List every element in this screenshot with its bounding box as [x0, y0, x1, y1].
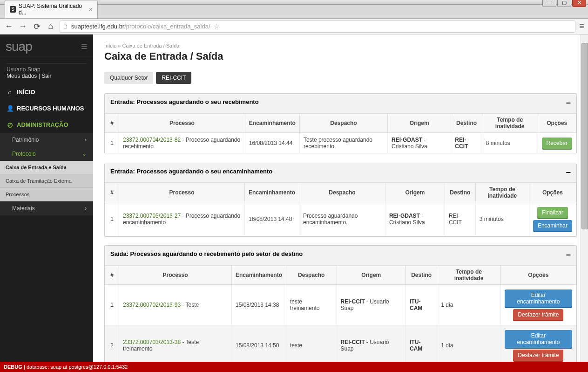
row-number: 1	[105, 133, 119, 154]
table-row: 1 23372.000705/2013-27 - Processo aguard…	[105, 202, 576, 236]
col-tempo: Tempo de inatividade	[482, 114, 538, 133]
user-name-label: Usuario Suap	[7, 66, 87, 73]
page-icon: 🗋	[63, 23, 68, 30]
browser-toolbar: ← → ⟳ ⌂ 🗋 suapteste.ifg.edu.br/protocolo…	[0, 19, 588, 34]
table-row: 2 23372.000703/2013-38 - Teste treinamen…	[105, 325, 576, 362]
col-destino: Destino	[451, 114, 482, 133]
app-logo: suap	[6, 39, 32, 54]
editar-encaminhamento-button[interactable]: Editar encaminhamento	[505, 289, 572, 307]
scrollbar[interactable]	[581, 34, 588, 362]
panel-title: Entrada: Processos aguardando o seu rece…	[110, 98, 259, 108]
subnav-tramitacao-externa[interactable]: Caixa de Tramitação Externa	[0, 174, 93, 188]
user-icon: 👤	[7, 105, 13, 112]
col-despacho: Despacho	[299, 114, 387, 133]
panel-collapse-icon[interactable]: −	[566, 250, 571, 260]
breadcrumb-home-link[interactable]: Início	[104, 43, 116, 48]
tab-title: SUAP: Sistema Unificado d...	[19, 3, 86, 16]
page-title: Caixa de Entrada / Saída	[104, 50, 577, 62]
browser-tabstrip: S SUAP: Sistema Unificado d... ×	[0, 5, 588, 19]
url-text: suapteste.ifg.edu.br/protocolo/caixa_ent…	[71, 23, 210, 30]
desfazer-tramite-button[interactable]: Desfazer trâmite	[513, 309, 563, 320]
col-origem: Origem	[388, 114, 451, 133]
clock-icon: ◴	[7, 121, 13, 128]
table-row: 1 23372.000704/2013-82 - Processo aguard…	[105, 133, 576, 154]
home-icon: ⌂	[7, 89, 13, 96]
chevron-right-icon: ›	[85, 205, 87, 212]
panel-entrada-recebimento: Entrada: Processos aguardando o seu rece…	[104, 93, 577, 154]
nav-recursos-humanos[interactable]: 👤 RECURSOS HUMANOS	[0, 100, 93, 117]
debug-bar: DEBUG | database: suap at postgres@127.0…	[0, 362, 588, 372]
col-processo: Processo	[119, 114, 245, 133]
chevron-right-icon: ›	[85, 137, 87, 143]
cell-tempo: 8 minutos	[482, 133, 538, 154]
editar-encaminhamento-button[interactable]: Editar encaminhamento	[505, 330, 572, 348]
filter-qualquer-setor[interactable]: Qualquer Setor	[104, 72, 153, 84]
col-encaminhamento: Encaminhamento	[245, 114, 299, 133]
breadcrumb: Início » Caixa de Entrada / Saída	[104, 43, 577, 48]
filter-rei-ccit[interactable]: REI-CCIT	[156, 72, 191, 84]
sair-link[interactable]: Sair	[41, 73, 51, 79]
cell-destino: REI-CCIT	[455, 137, 468, 150]
panel-entrada-encaminhamento: Entrada: Processos aguardando o seu enca…	[104, 163, 577, 237]
scrollbar-thumb[interactable]	[581, 43, 588, 229]
processo-link[interactable]: 23372.000704/2013-82	[123, 137, 181, 143]
nav-administracao[interactable]: ◴ ADMINISTRAÇÃO	[0, 117, 93, 133]
user-box: Usuario Suap Meus dados | Sair	[0, 59, 93, 84]
subnav-materiais[interactable]: Materiais ›	[0, 201, 93, 215]
window-minimize-button[interactable]: —	[542, 0, 556, 7]
subnav-caixa-entrada-saida[interactable]: Caixa de Entrada e Saída	[0, 161, 93, 174]
panel-title: Entrada: Processos aguardando o seu enca…	[110, 168, 272, 178]
encaminhar-button[interactable]: Encaminhar	[533, 220, 572, 231]
bookmark-star-icon[interactable]: ☆	[213, 22, 220, 31]
back-button[interactable]: ←	[4, 21, 14, 31]
subnav-patrimonio[interactable]: Patrimônio ›	[0, 133, 93, 147]
receber-button[interactable]: Receber	[542, 138, 572, 149]
processo-link[interactable]: 23372.000705/2013-27	[123, 213, 181, 219]
col-opcoes: Opções	[538, 114, 576, 133]
sidebar-toggle-icon[interactable]: ≡	[81, 40, 88, 53]
subnav-processos[interactable]: Processos	[0, 188, 93, 201]
finalizar-button[interactable]: Finalizar	[537, 207, 568, 218]
tab-close-icon[interactable]: ×	[89, 6, 93, 13]
reload-button[interactable]: ⟳	[32, 21, 42, 32]
content-area: Início » Caixa de Entrada / Saída Caixa …	[93, 34, 588, 362]
meus-dados-link[interactable]: Meus dados	[7, 73, 37, 79]
processo-link[interactable]: 23372.000703/2013-38	[123, 339, 181, 345]
home-button[interactable]: ⌂	[46, 21, 56, 31]
chevron-down-icon: ⌄	[82, 151, 87, 157]
url-bar[interactable]: 🗋 suapteste.ifg.edu.br/protocolo/caixa_e…	[60, 21, 575, 33]
processo-link[interactable]: 23372.000702/2013-93	[123, 302, 181, 308]
table-row: 1 23372.000702/2013-93 - Teste 15/08/201…	[105, 285, 576, 325]
nav-inicio[interactable]: ⌂ INÍCIO	[0, 84, 93, 100]
panel-collapse-icon[interactable]: −	[566, 98, 571, 108]
col-num: #	[105, 114, 119, 133]
chrome-menu-icon[interactable]: ≡	[579, 21, 584, 31]
panel-collapse-icon[interactable]: −	[566, 168, 571, 178]
favicon-icon: S	[10, 6, 16, 13]
sidebar: suap ≡ Usuario Suap Meus dados | Sair ⌂ …	[0, 34, 93, 362]
cell-despacho: Teste processo aguardando recebimento.	[299, 133, 387, 154]
breadcrumb-current: Caixa de Entrada / Saída	[122, 43, 180, 48]
panel-saida: Saída: Processos aguardando o recebiment…	[104, 245, 577, 362]
subnav-protocolo[interactable]: Protocolo ⌄	[0, 147, 93, 161]
window-maximize-button[interactable]: ▢	[557, 0, 571, 7]
cell-encaminhamento: 16/08/2013 14:44	[245, 133, 299, 154]
desfazer-tramite-button[interactable]: Desfazer trâmite	[513, 350, 563, 361]
forward-button[interactable]: →	[18, 21, 28, 31]
browser-tab[interactable]: S SUAP: Sistema Unificado d... ×	[5, 0, 98, 18]
window-close-button[interactable]: ✕	[572, 0, 586, 7]
panel-title: Saída: Processos aguardando o recebiment…	[110, 250, 303, 260]
